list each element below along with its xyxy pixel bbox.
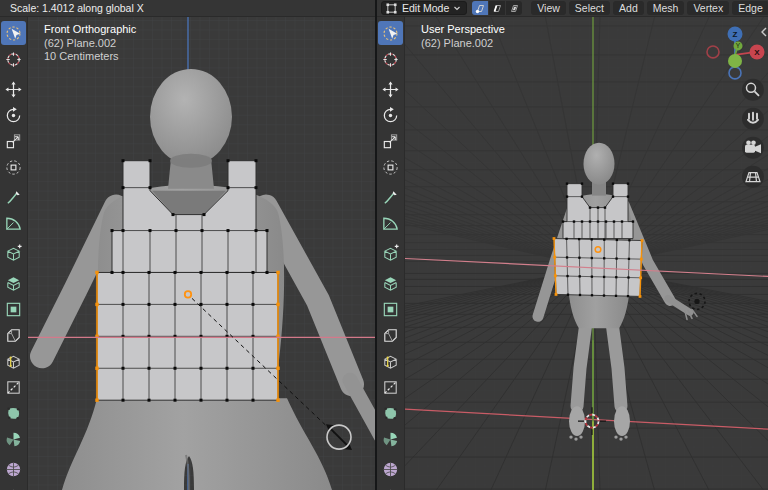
tool-loop-cut-button[interactable] xyxy=(378,349,403,373)
tool-add-cube-button[interactable] xyxy=(378,241,403,265)
tool-transform-button[interactable] xyxy=(1,155,26,179)
tool-edge-slide-button[interactable] xyxy=(1,483,26,490)
scale-icon xyxy=(381,132,400,151)
select-box-icon xyxy=(381,24,400,43)
tool-bevel-button[interactable] xyxy=(378,323,403,347)
tool-inset-faces-button[interactable] xyxy=(1,297,26,321)
tool-edge-slide-button[interactable] xyxy=(378,483,403,490)
front-ortho-canvas[interactable]: Front Orthographic (62) Plane.002 10 Cen… xyxy=(28,17,375,490)
menu-edge[interactable]: Edge xyxy=(732,1,768,15)
tool-move-button[interactable] xyxy=(378,77,403,101)
tool-move-button[interactable] xyxy=(1,77,26,101)
tool-transform-button[interactable] xyxy=(378,155,403,179)
menu-vertex[interactable]: Vertex xyxy=(687,1,729,15)
head xyxy=(584,143,615,185)
inset-faces-icon xyxy=(4,300,23,319)
tool-spin-button[interactable] xyxy=(378,427,403,451)
camera-view-button[interactable] xyxy=(742,137,764,159)
tool-spin-button[interactable] xyxy=(1,427,26,451)
right-foot xyxy=(614,406,630,436)
tool-poly-build-button[interactable] xyxy=(378,401,403,425)
tool-knife-button[interactable] xyxy=(1,375,26,399)
toolbar-right xyxy=(377,17,405,490)
tool-inset-faces-button[interactable] xyxy=(378,297,403,321)
menu-mesh[interactable]: Mesh xyxy=(647,1,685,15)
tool-scale-button[interactable] xyxy=(378,129,403,153)
smooth-icon xyxy=(4,460,23,479)
gizmo-y-label: Y xyxy=(736,42,741,49)
tool-loop-cut-button[interactable] xyxy=(1,349,26,373)
tool-select-box-button[interactable] xyxy=(378,21,403,45)
scale-icon xyxy=(4,132,23,151)
viewport-front-ortho: Scale: 1.4012 along global X xyxy=(0,0,375,490)
knife-icon xyxy=(4,378,23,397)
mode-dropdown-label: Edit Mode xyxy=(402,2,449,14)
head xyxy=(150,69,232,165)
tool-annotate-button[interactable] xyxy=(378,185,403,209)
tool-select-box-button[interactable] xyxy=(1,21,26,45)
spin-icon xyxy=(381,430,400,449)
toolbar-left xyxy=(0,17,28,490)
add-cube-icon xyxy=(4,244,23,263)
poly-build-icon xyxy=(4,404,23,423)
add-cube-icon xyxy=(381,244,400,263)
move-icon xyxy=(4,80,23,99)
gizmo-z-label: Z xyxy=(733,30,738,39)
tool-rotate-button[interactable] xyxy=(378,103,403,127)
select-box-icon xyxy=(4,24,23,43)
measure-icon xyxy=(381,214,400,233)
extrude-region-icon xyxy=(4,274,23,293)
spin-icon xyxy=(4,430,23,449)
face-select-icon xyxy=(508,2,520,14)
tool-poly-build-button[interactable] xyxy=(1,401,26,425)
bevel-icon xyxy=(4,326,23,345)
menu-add[interactable]: Add xyxy=(613,1,644,15)
tool-annotate-button[interactable] xyxy=(1,185,26,209)
vertex-select-icon xyxy=(474,2,486,14)
transform-icon xyxy=(381,158,400,177)
tool-smooth-button[interactable] xyxy=(1,457,26,481)
gizmo-minus-x[interactable] xyxy=(707,46,719,58)
loop-cut-icon xyxy=(4,352,23,371)
left-viewport-header: Scale: 1.4012 along global X xyxy=(0,0,375,17)
tool-bevel-button[interactable] xyxy=(1,323,26,347)
rotate-icon xyxy=(4,106,23,125)
pan-button[interactable] xyxy=(742,108,764,130)
cursor-icon xyxy=(381,50,400,69)
menu-select[interactable]: Select xyxy=(569,1,610,15)
tool-scale-button[interactable] xyxy=(1,129,26,153)
annotate-icon xyxy=(4,188,23,207)
gizmo-x-label: X xyxy=(754,48,760,57)
hips-legs xyxy=(62,398,332,490)
gizmo-minus-z[interactable] xyxy=(729,67,741,79)
cursor-icon xyxy=(4,50,23,69)
poly-build-icon xyxy=(381,404,400,423)
tool-measure-button[interactable] xyxy=(378,211,403,235)
tool-add-cube-button[interactable] xyxy=(1,241,26,265)
bevel-icon xyxy=(381,326,400,345)
blender-window: Scale: 1.4012 along global X xyxy=(0,0,768,490)
tool-cursor-button[interactable] xyxy=(1,47,26,71)
edit-mode-icon xyxy=(385,2,398,15)
tool-extrude-region-button[interactable] xyxy=(1,271,26,295)
menu-view[interactable]: View xyxy=(531,1,566,15)
front-ortho-scene xyxy=(28,17,375,490)
edge-select-icon xyxy=(491,2,503,14)
face-select-mode-button[interactable] xyxy=(506,1,522,15)
transform-icon xyxy=(4,158,23,177)
tool-smooth-button[interactable] xyxy=(378,457,403,481)
user-perspective-canvas[interactable]: Y X Z xyxy=(405,17,768,490)
chevron-down-icon xyxy=(453,4,461,12)
mode-dropdown[interactable]: Edit Mode xyxy=(381,1,467,15)
vertex-select-mode-button[interactable] xyxy=(472,1,488,15)
zoom-button[interactable] xyxy=(742,79,764,101)
tool-cursor-button[interactable] xyxy=(378,47,403,71)
tool-knife-button[interactable] xyxy=(378,375,403,399)
menu-bar: ViewSelectAddMeshVertexEdgeFaceUV xyxy=(531,1,768,15)
tool-measure-button[interactable] xyxy=(1,211,26,235)
edge-select-mode-button[interactable] xyxy=(489,1,505,15)
toggle-perspective-button[interactable] xyxy=(742,166,764,188)
gizmo-minus-y[interactable] xyxy=(728,54,742,68)
tool-rotate-button[interactable] xyxy=(1,103,26,127)
tool-extrude-region-button[interactable] xyxy=(378,271,403,295)
